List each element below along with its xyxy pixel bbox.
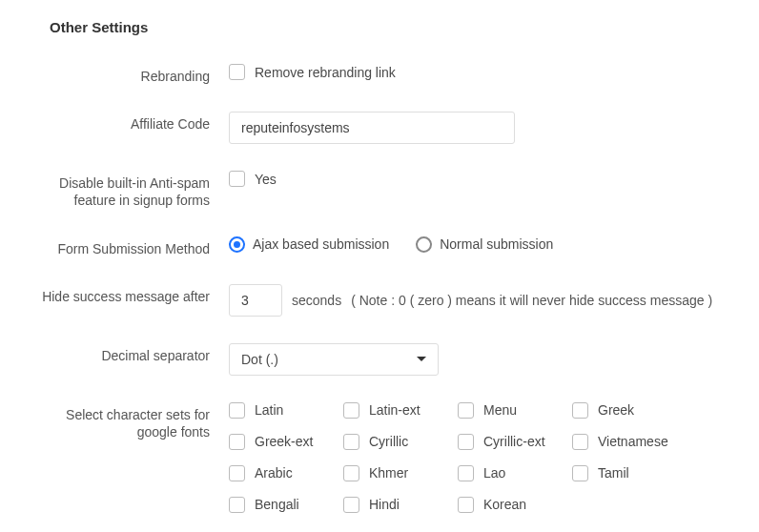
charset-option-label: Tamil [598,465,629,481]
checkbox-icon [458,465,474,481]
checkbox-icon [572,434,588,450]
label-affiliate: Affiliate Code [38,112,229,133]
row-rebranding: Rebranding Remove rebranding link [38,64,721,85]
rebranding-option-label: Remove rebranding link [255,65,396,80]
charset-option-cyrillic-ext[interactable]: Cyrillic-ext [458,434,572,450]
rebranding-option[interactable]: Remove rebranding link [229,64,396,80]
checkbox-icon [343,465,359,481]
charset-option-label: Greek-ext [255,434,313,449]
charset-option-label: Greek [598,402,634,418]
radio-icon [229,236,245,253]
checkbox-icon [458,497,474,513]
checkbox-icon [343,402,359,419]
section-title: Other Settings [50,19,721,35]
charset-option-label: Khmer [369,465,408,481]
charset-option-bengali[interactable]: Bengali [229,497,343,513]
submission-ajax-label: Ajax based submission [253,236,389,252]
charset-option-label: Bengali [255,497,299,512]
checkbox-icon [229,434,245,450]
hide-msg-input[interactable] [229,284,282,317]
charset-option-label: Arabic [255,465,293,481]
submission-option-normal[interactable]: Normal submission [416,236,553,253]
checkbox-icon [229,497,245,513]
affiliate-code-input[interactable] [229,112,515,144]
charset-option-hindi[interactable]: Hindi [343,497,458,513]
charset-option-label: Latin [255,402,283,418]
charset-option-label: Hindi [369,497,400,512]
row-submission: Form Submission Method Ajax based submis… [38,236,721,257]
charset-option-greek[interactable]: Greek [572,402,687,419]
checkbox-icon [229,171,245,187]
antispam-option[interactable]: Yes [229,171,277,187]
label-rebranding: Rebranding [38,64,229,85]
checkbox-icon [572,465,588,481]
charset-option-greek-ext[interactable]: Greek-ext [229,434,343,450]
charset-option-label: Cyrillic [369,434,408,449]
charset-option-label: Vietnamese [598,434,668,449]
label-decimal: Decimal separator [38,343,229,364]
checkbox-icon [572,402,588,419]
charset-option-latin[interactable]: Latin [229,402,343,419]
charset-option-label: Latin-ext [369,402,421,418]
radio-icon [416,236,432,253]
submission-normal-label: Normal submission [440,236,553,252]
charset-option-korean[interactable]: Korean [458,497,572,513]
charset-option-arabic[interactable]: Arabic [229,465,343,481]
decimal-select[interactable]: Dot (.) [229,343,439,376]
charset-option-cyrillic[interactable]: Cyrillic [343,434,458,450]
charset-option-menu[interactable]: Menu [458,402,572,419]
row-hide-msg: Hide success message after seconds ( Not… [38,284,721,317]
label-submission: Form Submission Method [38,236,229,257]
charset-option-khmer[interactable]: Khmer [343,465,458,481]
charset-option-label: Lao [483,465,505,481]
chevron-down-icon [417,357,426,361]
row-affiliate: Affiliate Code [38,112,721,144]
checkbox-icon [229,64,245,80]
checkbox-icon [229,402,245,419]
charset-option-label: Cyrillic-ext [483,434,545,449]
label-hide-msg: Hide success message after [38,284,229,305]
charset-option-vietnamese[interactable]: Vietnamese [572,434,687,450]
charset-option-tamil[interactable]: Tamil [572,465,687,481]
label-antispam: Disable built-in Anti-spam feature in si… [38,171,229,209]
charset-option-lao[interactable]: Lao [458,465,572,481]
charset-option-label: Korean [483,497,526,512]
checkbox-icon [343,497,359,513]
row-charsets: Select character sets for google fonts L… [38,402,721,513]
checkbox-icon [229,465,245,481]
checkbox-icon [458,402,474,419]
charset-option-latin-ext[interactable]: Latin-ext [343,402,458,419]
charset-option-label: Menu [483,402,517,418]
row-decimal: Decimal separator Dot (.) [38,343,721,376]
decimal-selected-value: Dot (.) [241,352,278,367]
antispam-option-label: Yes [255,172,277,187]
label-charsets: Select character sets for google fonts [38,402,229,440]
submission-option-ajax[interactable]: Ajax based submission [229,236,389,253]
row-antispam: Disable built-in Anti-spam feature in si… [38,171,721,209]
checkbox-icon [343,434,359,450]
hide-msg-note: ( Note : 0 ( zero ) means it will never … [351,293,712,308]
checkbox-icon [458,434,474,450]
hide-msg-unit: seconds [292,293,341,308]
